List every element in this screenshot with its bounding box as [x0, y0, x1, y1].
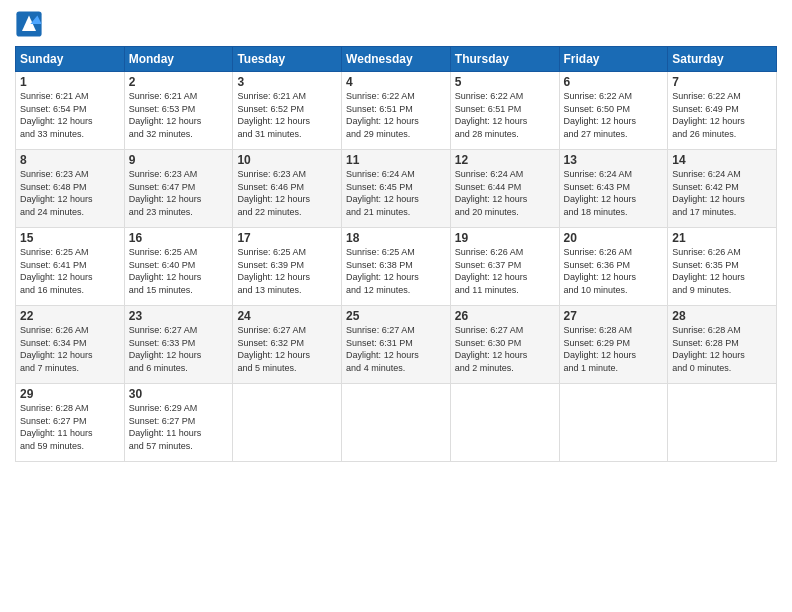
col-friday: Friday — [559, 47, 668, 72]
day-number: 11 — [346, 153, 446, 167]
table-row: 22Sunrise: 6:26 AM Sunset: 6:34 PM Dayli… — [16, 306, 125, 384]
table-row: 7Sunrise: 6:22 AM Sunset: 6:49 PM Daylig… — [668, 72, 777, 150]
page-header — [15, 10, 777, 38]
table-row: 25Sunrise: 6:27 AM Sunset: 6:31 PM Dayli… — [342, 306, 451, 384]
table-row: 9Sunrise: 6:23 AM Sunset: 6:47 PM Daylig… — [124, 150, 233, 228]
day-info: Sunrise: 6:21 AM Sunset: 6:52 PM Dayligh… — [237, 90, 337, 140]
table-row: 6Sunrise: 6:22 AM Sunset: 6:50 PM Daylig… — [559, 72, 668, 150]
logo-icon — [15, 10, 43, 38]
day-info: Sunrise: 6:24 AM Sunset: 6:45 PM Dayligh… — [346, 168, 446, 218]
day-number: 25 — [346, 309, 446, 323]
day-number: 26 — [455, 309, 555, 323]
day-number: 24 — [237, 309, 337, 323]
day-number: 9 — [129, 153, 229, 167]
day-info: Sunrise: 6:29 AM Sunset: 6:27 PM Dayligh… — [129, 402, 229, 452]
day-number: 14 — [672, 153, 772, 167]
day-info: Sunrise: 6:27 AM Sunset: 6:30 PM Dayligh… — [455, 324, 555, 374]
day-number: 23 — [129, 309, 229, 323]
day-number: 1 — [20, 75, 120, 89]
table-row: 30Sunrise: 6:29 AM Sunset: 6:27 PM Dayli… — [124, 384, 233, 462]
table-row: 17Sunrise: 6:25 AM Sunset: 6:39 PM Dayli… — [233, 228, 342, 306]
day-number: 5 — [455, 75, 555, 89]
day-number: 2 — [129, 75, 229, 89]
day-number: 7 — [672, 75, 772, 89]
table-row: 27Sunrise: 6:28 AM Sunset: 6:29 PM Dayli… — [559, 306, 668, 384]
day-number: 12 — [455, 153, 555, 167]
day-info: Sunrise: 6:26 AM Sunset: 6:34 PM Dayligh… — [20, 324, 120, 374]
day-info: Sunrise: 6:24 AM Sunset: 6:43 PM Dayligh… — [564, 168, 664, 218]
table-row — [668, 384, 777, 462]
day-number: 4 — [346, 75, 446, 89]
col-sunday: Sunday — [16, 47, 125, 72]
table-row: 20Sunrise: 6:26 AM Sunset: 6:36 PM Dayli… — [559, 228, 668, 306]
day-info: Sunrise: 6:25 AM Sunset: 6:40 PM Dayligh… — [129, 246, 229, 296]
table-row: 26Sunrise: 6:27 AM Sunset: 6:30 PM Dayli… — [450, 306, 559, 384]
day-info: Sunrise: 6:24 AM Sunset: 6:44 PM Dayligh… — [455, 168, 555, 218]
day-info: Sunrise: 6:26 AM Sunset: 6:37 PM Dayligh… — [455, 246, 555, 296]
table-row — [450, 384, 559, 462]
table-row: 3Sunrise: 6:21 AM Sunset: 6:52 PM Daylig… — [233, 72, 342, 150]
col-wednesday: Wednesday — [342, 47, 451, 72]
day-number: 22 — [20, 309, 120, 323]
table-row: 1Sunrise: 6:21 AM Sunset: 6:54 PM Daylig… — [16, 72, 125, 150]
day-number: 28 — [672, 309, 772, 323]
table-row: 19Sunrise: 6:26 AM Sunset: 6:37 PM Dayli… — [450, 228, 559, 306]
day-number: 20 — [564, 231, 664, 245]
table-row: 10Sunrise: 6:23 AM Sunset: 6:46 PM Dayli… — [233, 150, 342, 228]
table-row: 2Sunrise: 6:21 AM Sunset: 6:53 PM Daylig… — [124, 72, 233, 150]
day-info: Sunrise: 6:23 AM Sunset: 6:48 PM Dayligh… — [20, 168, 120, 218]
table-row: 5Sunrise: 6:22 AM Sunset: 6:51 PM Daylig… — [450, 72, 559, 150]
table-row — [233, 384, 342, 462]
table-row: 12Sunrise: 6:24 AM Sunset: 6:44 PM Dayli… — [450, 150, 559, 228]
table-row: 18Sunrise: 6:25 AM Sunset: 6:38 PM Dayli… — [342, 228, 451, 306]
day-number: 6 — [564, 75, 664, 89]
day-number: 17 — [237, 231, 337, 245]
table-row — [342, 384, 451, 462]
day-number: 18 — [346, 231, 446, 245]
day-number: 30 — [129, 387, 229, 401]
table-row: 14Sunrise: 6:24 AM Sunset: 6:42 PM Dayli… — [668, 150, 777, 228]
calendar-week-row: 22Sunrise: 6:26 AM Sunset: 6:34 PM Dayli… — [16, 306, 777, 384]
day-info: Sunrise: 6:23 AM Sunset: 6:47 PM Dayligh… — [129, 168, 229, 218]
day-info: Sunrise: 6:25 AM Sunset: 6:39 PM Dayligh… — [237, 246, 337, 296]
day-info: Sunrise: 6:21 AM Sunset: 6:54 PM Dayligh… — [20, 90, 120, 140]
day-number: 13 — [564, 153, 664, 167]
day-info: Sunrise: 6:27 AM Sunset: 6:32 PM Dayligh… — [237, 324, 337, 374]
table-row: 16Sunrise: 6:25 AM Sunset: 6:40 PM Dayli… — [124, 228, 233, 306]
day-number: 15 — [20, 231, 120, 245]
table-row: 23Sunrise: 6:27 AM Sunset: 6:33 PM Dayli… — [124, 306, 233, 384]
table-row: 13Sunrise: 6:24 AM Sunset: 6:43 PM Dayli… — [559, 150, 668, 228]
day-info: Sunrise: 6:22 AM Sunset: 6:49 PM Dayligh… — [672, 90, 772, 140]
col-thursday: Thursday — [450, 47, 559, 72]
day-info: Sunrise: 6:22 AM Sunset: 6:51 PM Dayligh… — [346, 90, 446, 140]
day-number: 19 — [455, 231, 555, 245]
table-row: 24Sunrise: 6:27 AM Sunset: 6:32 PM Dayli… — [233, 306, 342, 384]
day-info: Sunrise: 6:26 AM Sunset: 6:36 PM Dayligh… — [564, 246, 664, 296]
calendar-week-row: 1Sunrise: 6:21 AM Sunset: 6:54 PM Daylig… — [16, 72, 777, 150]
day-info: Sunrise: 6:27 AM Sunset: 6:33 PM Dayligh… — [129, 324, 229, 374]
day-number: 16 — [129, 231, 229, 245]
table-row: 21Sunrise: 6:26 AM Sunset: 6:35 PM Dayli… — [668, 228, 777, 306]
col-monday: Monday — [124, 47, 233, 72]
calendar-week-row: 29Sunrise: 6:28 AM Sunset: 6:27 PM Dayli… — [16, 384, 777, 462]
calendar-week-row: 15Sunrise: 6:25 AM Sunset: 6:41 PM Dayli… — [16, 228, 777, 306]
table-row: 4Sunrise: 6:22 AM Sunset: 6:51 PM Daylig… — [342, 72, 451, 150]
day-info: Sunrise: 6:26 AM Sunset: 6:35 PM Dayligh… — [672, 246, 772, 296]
calendar-week-row: 8Sunrise: 6:23 AM Sunset: 6:48 PM Daylig… — [16, 150, 777, 228]
day-number: 10 — [237, 153, 337, 167]
logo — [15, 10, 47, 38]
day-info: Sunrise: 6:28 AM Sunset: 6:27 PM Dayligh… — [20, 402, 120, 452]
day-number: 3 — [237, 75, 337, 89]
day-info: Sunrise: 6:24 AM Sunset: 6:42 PM Dayligh… — [672, 168, 772, 218]
table-row — [559, 384, 668, 462]
table-row: 11Sunrise: 6:24 AM Sunset: 6:45 PM Dayli… — [342, 150, 451, 228]
table-row: 28Sunrise: 6:28 AM Sunset: 6:28 PM Dayli… — [668, 306, 777, 384]
col-saturday: Saturday — [668, 47, 777, 72]
table-row: 15Sunrise: 6:25 AM Sunset: 6:41 PM Dayli… — [16, 228, 125, 306]
day-number: 29 — [20, 387, 120, 401]
calendar-header-row: Sunday Monday Tuesday Wednesday Thursday… — [16, 47, 777, 72]
day-number: 27 — [564, 309, 664, 323]
col-tuesday: Tuesday — [233, 47, 342, 72]
table-row: 8Sunrise: 6:23 AM Sunset: 6:48 PM Daylig… — [16, 150, 125, 228]
day-info: Sunrise: 6:28 AM Sunset: 6:28 PM Dayligh… — [672, 324, 772, 374]
